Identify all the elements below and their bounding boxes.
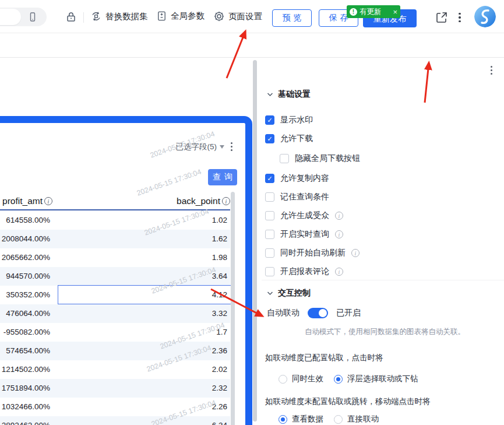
checkbox[interactable]: ✓ (265, 115, 274, 125)
table-body: 614558.00%1.022008044.00%1.622065662.00%… (0, 211, 230, 425)
selected-fields-label: 已选字段(5) (176, 142, 217, 152)
checkbox[interactable] (265, 192, 274, 202)
radio-option[interactable]: 查看数据 (279, 414, 323, 424)
radio[interactable] (334, 415, 343, 424)
section-basic-settings[interactable]: 基础设置 (267, 89, 311, 100)
cell-back-point: 3.32 (212, 304, 227, 323)
radio-label: 查看数据 (292, 414, 323, 424)
setting-label: 记住查询条件 (280, 192, 329, 202)
radio[interactable] (279, 415, 287, 424)
info-icon: i (335, 212, 343, 220)
checkbox[interactable] (265, 211, 274, 220)
replace-dataset-icon (90, 10, 102, 22)
table-row[interactable]: 574654.00%2.36 (0, 342, 230, 360)
cell-back-point: 2.02 (212, 360, 227, 379)
cell-profit-amt: 574654.00% (0, 342, 50, 360)
avatar[interactable] (474, 6, 496, 27)
auto-link-label: 自动联动 (267, 308, 299, 318)
selected-fields-dropdown[interactable]: 已选字段(5) (146, 142, 224, 152)
setting-checkbox-row[interactable]: 记住查询条件 (265, 188, 492, 206)
radio[interactable] (279, 375, 287, 384)
mobile-question-label: 如联动维度未配置钻取或跳转，移动端点击时将 (265, 396, 431, 407)
checkbox[interactable] (265, 267, 274, 276)
table-row[interactable]: 944570.00%3.64 (0, 267, 230, 286)
caret-down-icon (220, 145, 224, 149)
table-row[interactable]: 2892462.00%6.34 (0, 416, 230, 425)
setting-label: 允许下载 (280, 134, 313, 144)
close-icon[interactable]: × (393, 8, 397, 16)
setting-checkbox-row[interactable]: 隐藏全局下载按钮 (265, 148, 492, 169)
table-row[interactable]: 2065662.00%1.98 (0, 248, 230, 267)
checkbox[interactable]: ✓ (265, 174, 274, 183)
cell-profit-amt: 1751894.00% (0, 379, 50, 398)
checkbox[interactable]: ✓ (265, 134, 274, 143)
radio-option[interactable]: 同时生效 (279, 374, 323, 384)
page-settings-button[interactable]: 页面设置 (213, 10, 262, 22)
checkbox[interactable] (265, 248, 274, 258)
mobile-phone-icon[interactable] (27, 11, 38, 23)
column-header-profit-amt[interactable]: profit_amt i (0, 196, 52, 206)
cell-profit-amt: 2065662.00% (0, 248, 50, 267)
section-interaction-control[interactable]: 交互控制 (267, 288, 311, 298)
radio-option[interactable]: 直接联动 (334, 414, 379, 424)
cell-back-point: 1.7 (216, 323, 227, 342)
table-row[interactable]: 1032466.00%2.26 (0, 398, 230, 416)
top-toolbar: 替换数据集 全局参数 页面设置 预览 保存 重新发布 ! 有更新 × (0, 0, 504, 33)
checkbox[interactable] (280, 154, 289, 163)
replace-dataset-button[interactable]: 替换数据集 (90, 10, 148, 22)
divider (83, 12, 84, 23)
bi-dashboard-editor: 替换数据集 全局参数 页面设置 预览 保存 重新发布 ! 有更新 × (0, 0, 504, 425)
cell-profit-amt: 2892462.00% (0, 416, 50, 425)
table-row[interactable]: 1214502.00%2.02 (0, 360, 230, 379)
section-title: 交互控制 (278, 288, 311, 298)
replace-dataset-label: 替换数据集 (105, 11, 148, 22)
header-underline (0, 209, 230, 210)
radio-option[interactable]: 浮层选择联动或下钻 (334, 374, 418, 384)
cell-profit-amt: -955082.00% (0, 323, 50, 342)
card-more-icon[interactable] (227, 141, 235, 152)
setting-checkbox-row[interactable]: 开启报表评论i (265, 262, 492, 281)
lock-icon[interactable] (64, 10, 78, 24)
more-menu-icon[interactable] (454, 10, 465, 25)
setting-checkbox-row[interactable]: ✓允许复制内容 (265, 169, 492, 188)
info-icon: i (44, 197, 52, 205)
share-icon[interactable] (433, 9, 450, 26)
global-params-label: 全局参数 (171, 10, 205, 22)
setting-checkbox-row[interactable]: ✓显示水印 (265, 111, 492, 129)
query-button[interactable]: 查询 (208, 169, 237, 185)
radio[interactable] (334, 375, 343, 384)
setting-label: 开启报表评论 (280, 266, 329, 277)
column-header-back-point[interactable]: back_point i (149, 196, 230, 206)
table-scrollbar[interactable] (231, 192, 235, 425)
desktop-segment[interactable] (0, 9, 21, 25)
radio-label: 同时生效 (292, 374, 323, 384)
table-row[interactable]: 1751894.00%2.32 (0, 379, 230, 398)
drill-question-label: 如联动维度已配置钻取，点击时将 (265, 353, 383, 363)
table-row[interactable]: 476064.00%3.32 (0, 304, 230, 323)
setting-label: 显示水印 (280, 115, 313, 125)
setting-checkbox-row[interactable]: 允许生成受众i (265, 206, 492, 225)
panel-scrollbar[interactable] (253, 60, 257, 422)
setting-checkbox-row[interactable]: 同时开始自动刷新i (265, 244, 492, 262)
preview-button[interactable]: 预览 (272, 9, 312, 27)
cell-profit-amt: 350352.00% (0, 286, 50, 304)
table-row[interactable]: 614558.00%1.02 (0, 211, 230, 230)
info-icon: i (335, 230, 343, 238)
drill-radio-group: 同时生效浮层选择联动或下钻 (279, 374, 418, 384)
basic-settings-list: ✓显示水印✓允许下载隐藏全局下载按钮✓允许复制内容记住查询条件允许生成受众i开启… (265, 111, 492, 281)
dashboard-canvas: 已选字段(5) 查询 profit_amt i back_point i 614… (0, 58, 258, 425)
update-available-badge: ! 有更新 × (347, 5, 400, 18)
panel-more-icon[interactable] (487, 65, 495, 75)
auto-link-status: 已开启 (336, 308, 361, 318)
cell-back-point: 2.36 (212, 342, 227, 360)
section-title: 基础设置 (278, 89, 311, 100)
table-row[interactable]: -955082.00%1.7 (0, 323, 230, 342)
setting-checkbox-row[interactable]: 开启实时查询i (265, 225, 492, 244)
setting-checkbox-row[interactable]: ✓允许下载 (265, 129, 492, 148)
setting-label: 隐藏全局下载按钮 (295, 153, 360, 164)
device-toggle[interactable] (0, 8, 47, 26)
auto-link-toggle[interactable] (308, 308, 328, 318)
checkbox[interactable] (265, 230, 274, 239)
global-params-button[interactable]: 全局参数 (156, 10, 205, 22)
table-row[interactable]: 2008044.00%1.62 (0, 230, 230, 248)
